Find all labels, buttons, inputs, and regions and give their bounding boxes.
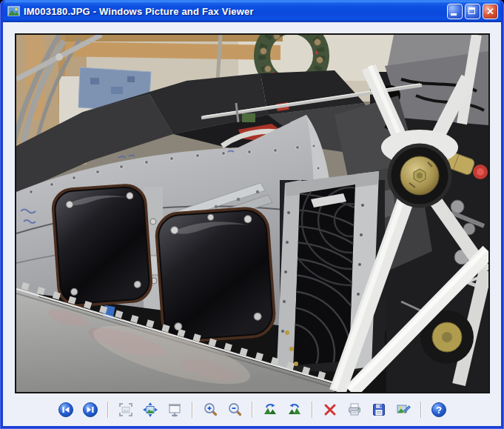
close-button[interactable]: ✕ [483,4,498,19]
photo-image [16,35,488,392]
next-image-button[interactable] [81,401,100,419]
save-icon [371,402,387,418]
best-fit-button[interactable] [116,401,135,419]
rotate-counterclockwise-icon [286,402,303,418]
window-title: IM003180.JPG - Windows Picture and Fax V… [24,6,447,17]
help-button[interactable]: ? [429,401,448,419]
zoom-in-button[interactable] [201,401,220,419]
toolbar-separator [312,402,313,418]
window-controls: ✕ [447,4,498,19]
minimize-button[interactable] [447,4,463,19]
delete-button[interactable] [320,401,340,419]
rotate-clockwise-button[interactable] [261,401,280,419]
close-icon: ✕ [483,4,497,19]
previous-image-icon [58,402,74,418]
titlebar[interactable]: IM003180.JPG - Windows Picture and Fax V… [3,0,501,22]
slideshow-icon [167,402,183,418]
toolbar-separator [252,402,253,418]
rotate-clockwise-icon [262,402,278,418]
print-button[interactable] [345,401,364,419]
picture-viewer-window: IM003180.JPG - Windows Picture and Fax V… [0,0,504,429]
photo [15,33,490,393]
viewer-client-area: ? [3,22,501,426]
actual-size-button[interactable] [141,401,160,419]
zoom-out-icon [226,402,243,418]
toolbar: ? [3,393,501,426]
maximize-button[interactable] [465,4,480,19]
maximize-icon [468,7,475,14]
toolbar-separator [420,402,422,418]
toolbar-separator [192,402,193,418]
print-icon [346,402,363,418]
next-image-icon [82,402,98,418]
picture-file-icon [7,5,20,17]
zoom-in-icon [202,402,218,418]
start-slideshow-button[interactable] [165,401,184,419]
help-icon: ? [431,402,447,418]
previous-image-button[interactable] [56,401,75,419]
save-button[interactable] [369,401,389,419]
rotate-counterclockwise-button[interactable] [285,401,304,419]
edit-button[interactable] [394,401,413,419]
best-fit-icon [118,402,134,418]
actual-size-icon [142,402,158,418]
delete-icon [322,402,338,418]
zoom-out-button[interactable] [225,401,244,419]
toolbar-separator [107,402,109,418]
edit-icon [395,402,411,418]
minimize-icon [451,13,457,16]
svg-text:?: ? [436,405,442,416]
